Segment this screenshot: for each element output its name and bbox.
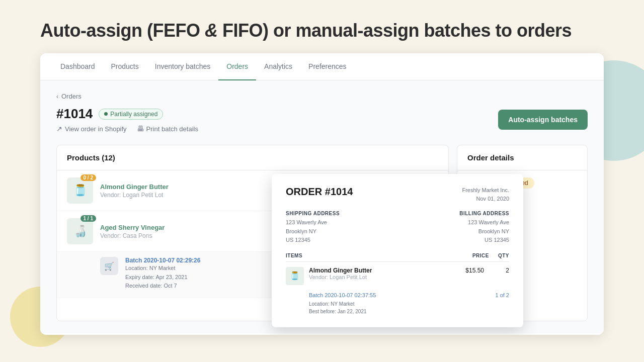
order-number: #1014: [56, 106, 93, 122]
receipt-batch-location: Location: NY Market: [309, 300, 509, 308]
nav-preferences[interactable]: Preferences: [300, 53, 354, 80]
billing-address-block: BILLING ADDRESS 123 Waverly Ave Brooklyn…: [397, 211, 509, 245]
product-image-2: 🍶: [67, 218, 93, 244]
billing-line2: Brooklyn NY: [397, 227, 509, 236]
shipping-address-block: SHIPPING ADDRESS 123 Waverly Ave Brookly…: [286, 211, 397, 245]
receipt-item-vendor: Vendor: Logan Petit Lot: [309, 274, 449, 280]
status-dot-icon: [104, 112, 108, 116]
print-batch-label: Print batch details: [146, 125, 198, 133]
products-panel-header: Products (12): [57, 145, 448, 170]
receipt-item-qty: 2: [489, 267, 509, 274]
nav-analytics[interactable]: Analytics: [256, 53, 300, 80]
billing-label: BILLING ADDRESS: [397, 211, 509, 216]
receipt-item-price: $15.50: [454, 267, 484, 274]
product-img-container-2: 🍶 1 / 1: [67, 218, 93, 244]
receipt-item-info: Almond Ginger Butter Vendor: Logan Petit…: [309, 267, 449, 280]
view-shopify-label: View order in Shopify: [65, 125, 127, 133]
receipt-qty-col-header: QTY: [489, 253, 509, 258]
app-window: Dashboard Products Inventory batches Ord…: [40, 53, 604, 335]
nav-orders[interactable]: Orders: [218, 53, 256, 80]
auto-assign-button[interactable]: Auto-assign batches: [498, 110, 588, 130]
receipt-price-col-header: PRICE: [459, 253, 489, 258]
receipt-date: Nov 01, 2020: [462, 195, 509, 203]
product-img-container-1: 🫙 0 / 2: [67, 177, 93, 204]
order-title-row: #1014 Partially assigned: [56, 106, 198, 122]
receipt-addresses: SHIPPING ADDRESS 123 Waverly Ave Brookly…: [286, 211, 509, 245]
shipping-line2: Brooklyn NY: [286, 227, 397, 236]
shipping-address-text: 123 Waverly Ave Brooklyn NY US 12345: [286, 218, 397, 245]
receipt-batch-detail: Location: NY Market Best before: Jan 22,…: [286, 300, 509, 315]
billing-line1: 123 Waverly Ave: [397, 218, 509, 227]
order-details-header: Order details: [457, 145, 587, 170]
page-title: Auto-assign (FEFO & FIFO) or manual-assi…: [0, 0, 644, 53]
receipt-table-header: ITEMS PRICE QTY: [286, 253, 509, 262]
shipping-line3: US 12345: [286, 236, 397, 245]
breadcrumb[interactable]: ‹ Orders: [56, 93, 588, 100]
receipt-batch-best-before: Best before: Jan 22, 2021: [309, 308, 509, 315]
receipt-item-image: 🫙: [286, 267, 304, 285]
receipt-batch-name: Batch 2020-10-07 02:37:55: [309, 292, 376, 298]
external-link-icon: ↗: [56, 125, 62, 133]
receipt-item-row: 🫙 Almond Ginger Butter Vendor: Logan Pet…: [286, 267, 509, 285]
print-batch-link[interactable]: 🖶 Print batch details: [137, 125, 198, 133]
receipt-batch-qty: 1 of 2: [495, 292, 509, 298]
shipping-line1: 123 Waverly Ave: [286, 218, 397, 227]
main-nav: Dashboard Products Inventory batches Ord…: [40, 53, 604, 80]
billing-line3: US 12345: [397, 236, 509, 245]
receipt-batch-row: Batch 2020-10-07 02:37:55 1 of 2: [286, 290, 509, 300]
nav-products[interactable]: Products: [103, 53, 147, 80]
qty-badge-2: 1 / 1: [80, 215, 96, 222]
view-shopify-link[interactable]: ↗ View order in Shopify: [56, 125, 127, 133]
print-icon: 🖶: [137, 125, 144, 133]
nav-inventory-batches[interactable]: Inventory batches: [147, 53, 219, 80]
order-header: #1014 Partially assigned ↗ View order in…: [56, 106, 588, 133]
nav-dashboard[interactable]: Dashboard: [52, 53, 103, 80]
receipt-item-name: Almond Ginger Butter: [309, 267, 449, 274]
breadcrumb-arrow-icon: ‹: [56, 93, 58, 100]
shipping-label: SHIPPING ADDRESS: [286, 211, 397, 216]
receipt-header: ORDER #1014 Freshly Market Inc. Nov 01, …: [286, 186, 509, 203]
qty-badge-1: 0 / 2: [80, 174, 96, 181]
billing-address-text: 123 Waverly Ave Brooklyn NY US 12345: [397, 218, 509, 245]
receipt-order-number: ORDER #1014: [286, 186, 353, 198]
batch-cart-icon: 🛒: [100, 257, 118, 275]
receipt-overlay: ORDER #1014 Freshly Market Inc. Nov 01, …: [272, 174, 523, 327]
receipt-company-name: Freshly Market Inc.: [462, 186, 509, 195]
status-text: Partially assigned: [110, 111, 157, 118]
order-actions: ↗ View order in Shopify 🖶 Print batch de…: [56, 125, 198, 133]
product-image-1: 🫙: [67, 177, 93, 204]
receipt-company: Freshly Market Inc. Nov 01, 2020: [462, 186, 509, 203]
receipt-items-col-header: ITEMS: [286, 253, 459, 258]
status-badge: Partially assigned: [99, 109, 163, 120]
order-header-left: #1014 Partially assigned ↗ View order in…: [56, 106, 198, 133]
breadcrumb-text: Orders: [61, 93, 82, 100]
